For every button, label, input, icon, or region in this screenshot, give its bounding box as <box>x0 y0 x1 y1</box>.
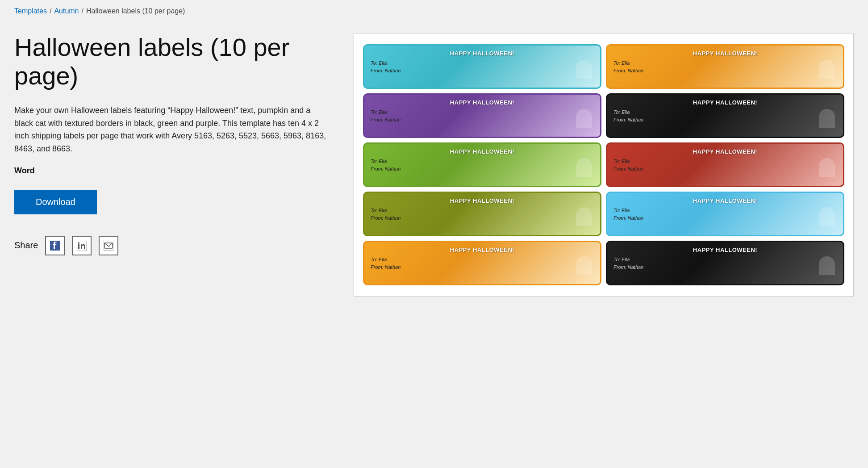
label-title-2: HAPPY HALLOWEEN! <box>613 50 837 57</box>
label-title-5: HAPPY HALLOWEEN! <box>371 148 594 155</box>
label-to-from-4: To: EllaFrom: Nathan <box>613 109 837 123</box>
svg-rect-5 <box>104 241 113 251</box>
file-type: Word <box>14 166 327 176</box>
label-card-9: HAPPY HALLOWEEN!To: EllaFrom: Nathan <box>363 241 601 285</box>
label-card-4: HAPPY HALLOWEEN!To: EllaFrom: Nathan <box>606 93 844 138</box>
label-to-from-6: To: EllaFrom: Nathan <box>613 158 837 172</box>
label-title-9: HAPPY HALLOWEEN! <box>371 247 594 253</box>
share-row: Share <box>14 236 327 255</box>
svg-point-4 <box>78 242 80 244</box>
label-title-8: HAPPY HALLOWEEN! <box>613 197 837 204</box>
label-to-from-9: To: EllaFrom: Nathan <box>371 256 594 271</box>
label-title-7: HAPPY HALLOWEEN! <box>371 197 594 204</box>
label-title-6: HAPPY HALLOWEEN! <box>613 148 837 155</box>
description: Make your own Halloween labels featuring… <box>14 104 327 155</box>
facebook-share-button[interactable] <box>45 236 65 255</box>
label-to-from-5: To: EllaFrom: Nathan <box>371 158 594 172</box>
breadcrumb-templates-link[interactable]: Templates <box>14 7 47 15</box>
label-card-10: HAPPY HALLOWEEN!To: EllaFrom: Nathan <box>606 241 844 285</box>
left-panel: Halloween labels (10 per page) Make your… <box>14 33 327 255</box>
label-card-6: HAPPY HALLOWEEN!To: EllaFrom: Nathan <box>606 142 844 187</box>
share-label: Share <box>14 240 38 251</box>
email-share-button[interactable] <box>99 236 118 255</box>
label-card-8: HAPPY HALLOWEEN!To: EllaFrom: Nathan <box>606 192 844 236</box>
label-title-10: HAPPY HALLOWEEN! <box>613 247 837 253</box>
breadcrumb-sep2: / <box>82 7 83 15</box>
page-title: Halloween labels (10 per page) <box>14 33 327 91</box>
label-to-from-3: To: EllaFrom: Nathan <box>371 109 594 123</box>
breadcrumb-sep1: / <box>50 7 51 15</box>
label-title-4: HAPPY HALLOWEEN! <box>613 99 837 106</box>
label-title-3: HAPPY HALLOWEEN! <box>371 99 594 106</box>
label-title-1: HAPPY HALLOWEEN! <box>371 50 594 57</box>
svg-rect-3 <box>78 244 79 249</box>
label-card-7: HAPPY HALLOWEEN!To: EllaFrom: Nathan <box>363 192 601 236</box>
label-to-from-2: To: EllaFrom: Nathan <box>613 59 837 74</box>
label-to-from-1: To: EllaFrom: Nathan <box>371 59 594 74</box>
labels-grid: HAPPY HALLOWEEN!To: EllaFrom: NathanHAPP… <box>363 44 844 285</box>
label-to-from-7: To: EllaFrom: Nathan <box>371 207 594 221</box>
linkedin-share-button[interactable] <box>72 236 92 255</box>
label-card-2: HAPPY HALLOWEEN!To: EllaFrom: Nathan <box>606 44 844 89</box>
label-to-from-10: To: EllaFrom: Nathan <box>613 256 837 271</box>
breadcrumb-autumn-link[interactable]: Autumn <box>54 7 79 15</box>
label-card-3: HAPPY HALLOWEEN!To: EllaFrom: Nathan <box>363 93 601 138</box>
breadcrumb: Templates / Autumn / Halloween labels (1… <box>14 7 854 15</box>
label-to-from-8: To: EllaFrom: Nathan <box>613 207 837 221</box>
label-card-1: HAPPY HALLOWEEN!To: EllaFrom: Nathan <box>363 44 601 89</box>
preview-panel: HAPPY HALLOWEEN!To: EllaFrom: NathanHAPP… <box>354 33 854 297</box>
download-button[interactable]: Download <box>14 190 97 214</box>
label-card-5: HAPPY HALLOWEEN!To: EllaFrom: Nathan <box>363 142 601 187</box>
breadcrumb-current: Halloween labels (10 per page) <box>86 7 185 15</box>
